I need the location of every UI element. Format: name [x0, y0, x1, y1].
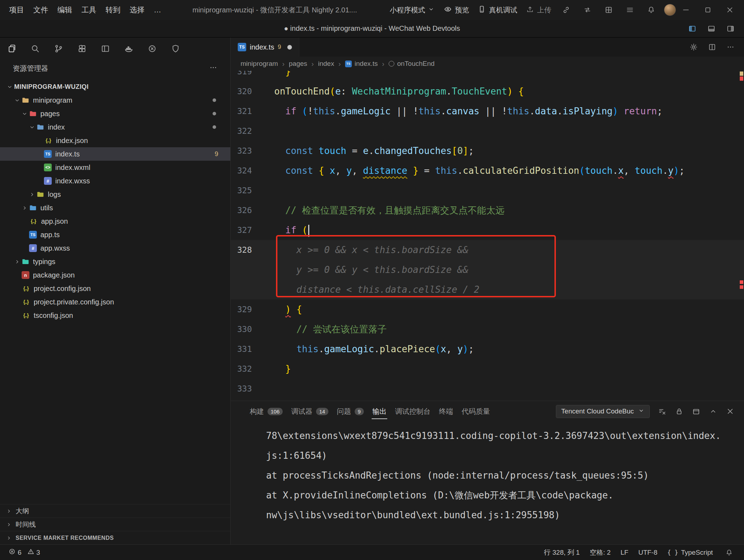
breadcrumb-item-index-ts[interactable]: TSindex.ts	[345, 60, 378, 68]
layout-grid-icon[interactable]	[602, 4, 615, 16]
tree-item-label: typings	[33, 258, 55, 266]
panel-tab-代码质量[interactable]: 代码质量	[457, 401, 494, 422]
menu--[interactable]: …	[154, 6, 161, 14]
tree-item-package-json[interactable]: npackage.json	[0, 268, 230, 282]
tab-index-ts[interactable]: TS index.ts 9	[231, 38, 299, 57]
tree-item-index-wxml[interactable]: <>index.wxml	[0, 161, 230, 174]
close-icon[interactable]	[724, 405, 736, 417]
open-editor-icon[interactable]	[690, 405, 702, 417]
bell-icon[interactable]	[645, 4, 658, 16]
layout-left-icon[interactable]	[686, 22, 699, 35]
upload-button[interactable]: 上传	[526, 5, 551, 15]
menu-工具[interactable]: 工具	[81, 5, 96, 15]
status-lf[interactable]: LF	[621, 549, 629, 556]
more-actions-icon[interactable]	[209, 63, 218, 74]
tree-item-tsconfig-json[interactable]: {..}tsconfig.json	[0, 309, 230, 322]
status-typescript[interactable]: { }TypeScript	[667, 549, 713, 556]
status-空格-2[interactable]: 空格: 2	[590, 548, 610, 557]
panel-tab-调试器[interactable]: 调试器14	[287, 401, 333, 422]
minimize-button[interactable]	[680, 4, 692, 16]
tree-item-project-private-config-json[interactable]: {..}project.private.config.json	[0, 295, 230, 309]
wxml-file-icon: <>	[44, 164, 52, 171]
line-number: 325	[231, 181, 252, 200]
breadcrumb-separator: ›	[338, 60, 341, 68]
panel-tab-终端[interactable]: 终端	[435, 401, 457, 422]
panel-tab-问题[interactable]: 问题9	[333, 401, 368, 422]
lock-icon[interactable]	[673, 405, 685, 417]
tree-item-miniprogram[interactable]: miniprogram	[0, 93, 230, 107]
activity-docker-icon[interactable]	[120, 40, 137, 57]
tree-item-label: utils	[40, 204, 53, 212]
menu-编辑[interactable]: 编辑	[57, 5, 72, 15]
tree-item-index[interactable]: index	[0, 120, 230, 134]
status-utf-8[interactable]: UTF-8	[638, 549, 658, 556]
activity-debug-target-icon[interactable]	[143, 40, 161, 57]
activity-explorer-icon[interactable]	[3, 40, 21, 57]
tree-item-miniprogram-wuziqi[interactable]: MINIPROGRAM-WUZIQI	[0, 80, 230, 93]
split-editor-icon[interactable]	[706, 41, 718, 53]
code-editor[interactable]: 319 }320onTouchEnd(e: WechatMiniprogram.…	[231, 71, 744, 401]
section-service-market-recommends[interactable]: SERVICE MARKET RECOMMENDS	[0, 531, 230, 544]
activity-security-icon[interactable]	[167, 40, 184, 57]
menu-选择[interactable]: 选择	[130, 5, 145, 15]
tree-item-label: logs	[48, 190, 61, 199]
chevron-up-icon[interactable]	[707, 405, 719, 417]
tree-item-logs[interactable]: logs	[0, 188, 230, 201]
error-count: 6	[18, 549, 22, 556]
output-channel-select[interactable]: Tencent Cloud CodeBuc	[556, 405, 650, 418]
layout-right-icon[interactable]	[724, 22, 737, 35]
maximize-button[interactable]	[701, 4, 714, 16]
activity-layout-icon[interactable]	[96, 40, 114, 57]
link-icon[interactable]	[560, 4, 573, 16]
panel-right-actions: Tencent Cloud CodeBuc	[556, 405, 736, 418]
more-actions-icon[interactable]	[724, 41, 737, 53]
menu-项目[interactable]: 项目	[9, 5, 24, 15]
menu-icon[interactable]	[624, 4, 636, 16]
tree-item-pages[interactable]: pages	[0, 107, 230, 120]
breadcrumb-item-ontouchend[interactable]: onTouchEnd	[389, 60, 435, 68]
activity-search-icon[interactable]	[26, 40, 44, 57]
npm-file-icon: n	[22, 271, 29, 279]
tree-item-app-ts[interactable]: TSapp.ts	[0, 228, 230, 241]
output-log[interactable]: 78\extensions\wxext879c541c9193111.codin…	[231, 422, 744, 544]
clear-output-icon[interactable]	[656, 405, 668, 417]
activity-source-control-icon[interactable]	[50, 40, 67, 57]
tree-item-index-ts[interactable]: TSindex.ts9	[0, 147, 230, 161]
tree-item-utils[interactable]: utils	[0, 201, 230, 215]
code-line-328: 328 x >= 0 && x < this.boardSize &&	[231, 240, 744, 260]
panel-tab-调试控制台[interactable]: 调试控制台	[391, 401, 435, 422]
tree-item-app-wxss[interactable]: #app.wxss	[0, 241, 230, 255]
panel-tab-badge: 14	[316, 408, 328, 415]
tree-item-index-wxss[interactable]: #index.wxss	[0, 174, 230, 188]
status-行-328-列-1[interactable]: 行 328, 列 1	[544, 548, 580, 557]
avatar[interactable]	[664, 4, 676, 16]
code-line-324: 324 const { x, y, distance } = this.calc…	[231, 161, 744, 181]
sync-icon[interactable]	[581, 4, 594, 16]
tree-item-app-json[interactable]: {..}app.json	[0, 215, 230, 228]
section-大纲[interactable]: 大纲	[0, 504, 230, 518]
gear-icon[interactable]	[687, 41, 700, 53]
layout-bottom-icon[interactable]	[705, 22, 718, 35]
breadcrumb-item-index[interactable]: index	[318, 60, 334, 68]
menu-文件[interactable]: 文件	[33, 5, 48, 15]
breadcrumb-item-pages[interactable]: pages	[289, 60, 307, 68]
activity-extensions-icon[interactable]	[73, 40, 91, 57]
modified-dot[interactable]	[287, 45, 292, 50]
preview-button[interactable]: 预览	[444, 5, 469, 15]
output-line: 78\extensions\wxext879c541c9193111.codin…	[266, 426, 730, 446]
warning-icon	[27, 548, 34, 557]
section-时间线[interactable]: 时间线	[0, 518, 230, 531]
tree-item-typings[interactable]: typings	[0, 255, 230, 268]
bell-icon[interactable]	[723, 546, 735, 559]
breadcrumb-item-miniprogram[interactable]: miniprogram	[241, 60, 278, 68]
panel-tab-输出[interactable]: 输出	[368, 401, 391, 422]
tree-item-index-json[interactable]: {..}index.json	[0, 134, 230, 147]
menu-转到[interactable]: 转到	[106, 5, 120, 15]
ruler-error-mark	[740, 280, 743, 284]
problems-status[interactable]: 6 3	[9, 548, 40, 557]
mode-select[interactable]: 小程序模式	[390, 5, 434, 15]
device-debug-button[interactable]: 真机调试	[478, 5, 517, 15]
tree-item-project-config-json[interactable]: {..}project.config.json	[0, 282, 230, 295]
close-button[interactable]	[723, 4, 736, 16]
panel-tab-构建[interactable]: 构建106	[246, 401, 287, 422]
